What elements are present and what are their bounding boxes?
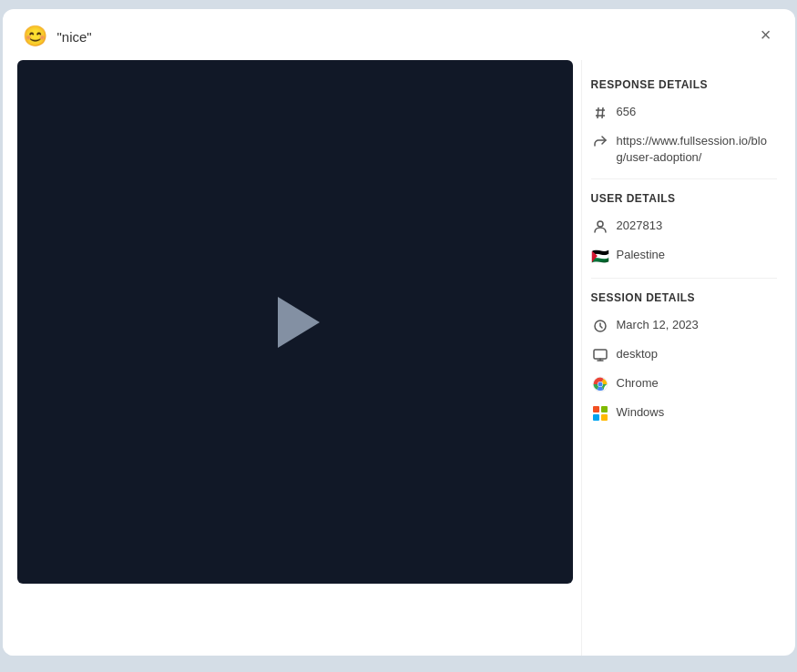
emoji-icon: 😊 bbox=[21, 22, 50, 51]
user-country-row: 🇵🇸 Palestine bbox=[591, 247, 777, 265]
user-icon bbox=[591, 218, 609, 236]
chrome-icon bbox=[591, 375, 609, 393]
session-details-title: SESSION DETAILS bbox=[591, 291, 777, 304]
svg-line-3 bbox=[602, 107, 603, 118]
svg-point-9 bbox=[598, 382, 602, 387]
modal-body: RESPONSE DETAILS 656 bbox=[3, 60, 795, 656]
response-url-row: https://www.fullsession.io/blog/user-ado… bbox=[591, 133, 777, 166]
windows-icon bbox=[591, 404, 609, 423]
svg-line-2 bbox=[598, 107, 598, 118]
divider-2 bbox=[591, 278, 777, 279]
session-device-row: desktop bbox=[591, 346, 777, 364]
video-section bbox=[3, 60, 581, 656]
modal-header: 😊 "nice" × bbox=[3, 9, 795, 60]
user-details-title: USER DETAILS bbox=[591, 192, 777, 205]
user-id: 2027813 bbox=[617, 218, 663, 234]
desktop-icon bbox=[591, 346, 609, 364]
divider-1 bbox=[591, 178, 777, 179]
modal-overlay: 😊 "nice" × RESPONSE DETAILS bbox=[0, 0, 797, 672]
session-date-row: March 12, 2023 bbox=[591, 317, 777, 335]
response-id-row: 656 bbox=[591, 104, 777, 122]
session-browser: Chrome bbox=[617, 375, 659, 392]
play-icon bbox=[278, 297, 320, 348]
user-country: Palestine bbox=[617, 247, 665, 263]
session-browser-row: Chrome bbox=[591, 375, 777, 393]
session-device: desktop bbox=[617, 346, 659, 362]
link-icon bbox=[591, 133, 609, 151]
response-id: 656 bbox=[617, 104, 637, 120]
response-url[interactable]: https://www.fullsession.io/blog/user-ado… bbox=[617, 133, 777, 166]
svg-point-4 bbox=[598, 221, 603, 227]
modal: 😊 "nice" × RESPONSE DETAILS bbox=[3, 9, 795, 656]
clock-icon bbox=[591, 317, 609, 335]
video-player[interactable] bbox=[17, 60, 573, 584]
details-section: RESPONSE DETAILS 656 bbox=[581, 60, 795, 656]
svg-rect-6 bbox=[594, 350, 607, 359]
flag-icon: 🇵🇸 bbox=[591, 247, 609, 265]
user-id-row: 2027813 bbox=[591, 218, 777, 236]
hash-icon bbox=[591, 104, 609, 122]
response-details-title: RESPONSE DETAILS bbox=[591, 78, 777, 91]
session-os: Windows bbox=[617, 404, 665, 421]
session-date: March 12, 2023 bbox=[617, 317, 699, 333]
session-os-row: Windows bbox=[591, 404, 777, 423]
modal-title: "nice" bbox=[57, 29, 92, 45]
close-button[interactable]: × bbox=[753, 22, 779, 47]
